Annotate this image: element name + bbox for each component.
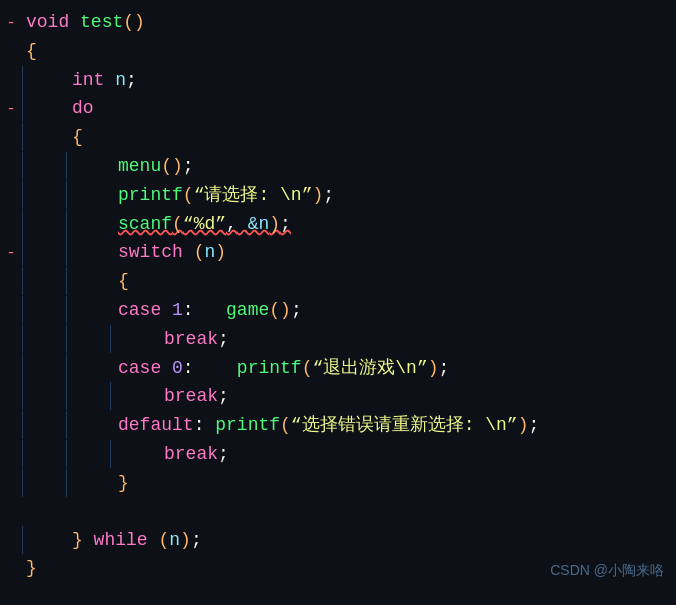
gutter-19 bbox=[0, 571, 22, 573]
code-line-12: case 0: printf(“退出游戏\n”); bbox=[0, 354, 676, 383]
code-tokens-11: break; bbox=[160, 325, 229, 354]
gutter-18 bbox=[0, 543, 22, 545]
gutter-15 bbox=[0, 457, 22, 459]
gutter-7 bbox=[0, 227, 22, 229]
code-line-10: case 1: game(); bbox=[0, 296, 676, 325]
code-tokens-0: void test() bbox=[22, 8, 145, 37]
code-line-7: scanf(“%d”, &n); bbox=[0, 210, 676, 239]
code-line-15: break; bbox=[0, 440, 676, 469]
gutter-6 bbox=[0, 198, 22, 200]
code-tokens-5: menu(); bbox=[114, 152, 194, 181]
code-tokens-16: } bbox=[114, 469, 129, 498]
code-tokens-18: } while (n); bbox=[68, 526, 202, 555]
code-tokens-10: case 1: game(); bbox=[114, 296, 302, 325]
code-line-0: -void test() bbox=[0, 8, 676, 37]
code-tokens-13: break; bbox=[160, 382, 229, 411]
code-tokens-9: { bbox=[114, 267, 129, 296]
code-tokens-7: scanf(“%d”, &n); bbox=[114, 210, 291, 239]
gutter-11 bbox=[0, 342, 22, 344]
code-tokens-4: { bbox=[68, 123, 83, 152]
code-line-8: -switch (n) bbox=[0, 238, 676, 267]
gutter-17 bbox=[0, 498, 22, 500]
code-line-4: { bbox=[0, 123, 676, 152]
gutter-0: - bbox=[0, 9, 22, 37]
gutter-3: - bbox=[0, 95, 22, 123]
code-tokens-15: break; bbox=[160, 440, 229, 469]
gutter-1 bbox=[0, 54, 22, 56]
code-tokens-2: int n; bbox=[68, 66, 137, 95]
code-line-13: break; bbox=[0, 382, 676, 411]
code-line-9: { bbox=[0, 267, 676, 296]
gutter-8: - bbox=[0, 239, 22, 267]
code-line-17 bbox=[0, 498, 676, 526]
code-tokens-19: } bbox=[22, 554, 37, 583]
code-line-18: } while (n); bbox=[0, 526, 676, 555]
code-tokens-8: switch (n) bbox=[114, 238, 226, 267]
code-line-5: menu(); bbox=[0, 152, 676, 181]
code-tokens-12: case 0: printf(“退出游戏\n”); bbox=[114, 354, 449, 383]
gutter-5 bbox=[0, 169, 22, 171]
gutter-14 bbox=[0, 428, 22, 430]
gutter-13 bbox=[0, 399, 22, 401]
code-line-16: } bbox=[0, 469, 676, 498]
code-editor: -void test(){int n;-do{menu();printf(“请选… bbox=[0, 0, 676, 591]
code-tokens-6: printf(“请选择: \n”); bbox=[114, 181, 334, 210]
code-tokens-1: { bbox=[22, 37, 37, 66]
gutter-2 bbox=[0, 83, 22, 85]
code-line-2: int n; bbox=[0, 66, 676, 95]
gutter-16 bbox=[0, 486, 22, 488]
code-line-1: { bbox=[0, 37, 676, 66]
watermark-text: CSDN @小陶来咯 bbox=[550, 559, 664, 581]
code-line-11: break; bbox=[0, 325, 676, 354]
code-line-3: -do bbox=[0, 94, 676, 123]
code-tokens-3: do bbox=[68, 94, 94, 123]
gutter-10 bbox=[0, 313, 22, 315]
code-line-14: default: printf(“选择错误请重新选择: \n”); bbox=[0, 411, 676, 440]
code-line-6: printf(“请选择: \n”); bbox=[0, 181, 676, 210]
code-tokens-14: default: printf(“选择错误请重新选择: \n”); bbox=[114, 411, 539, 440]
gutter-12 bbox=[0, 371, 22, 373]
gutter-9 bbox=[0, 284, 22, 286]
gutter-4 bbox=[0, 140, 22, 142]
